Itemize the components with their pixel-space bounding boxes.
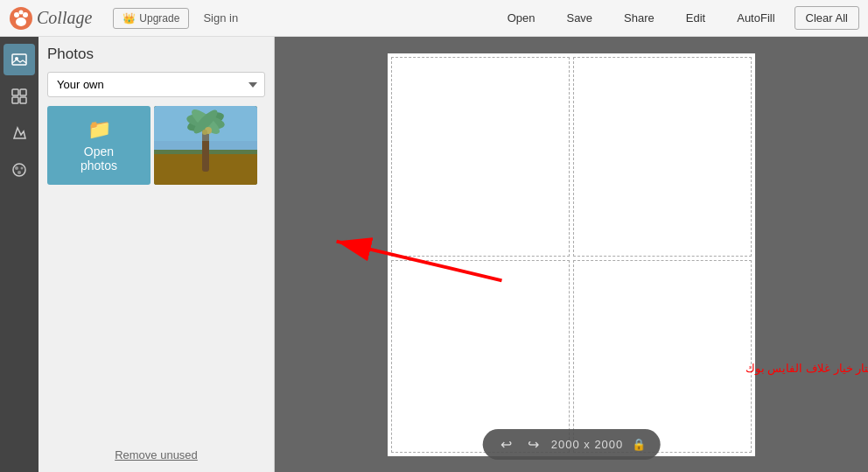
- source-dropdown[interactable]: Your own: [47, 72, 265, 97]
- signin-button[interactable]: Sign in: [196, 8, 245, 28]
- dims-x-separator: x: [584, 438, 591, 451]
- svg-rect-9: [12, 97, 18, 103]
- sidebar-icons: [0, 37, 38, 472]
- canvas-width: 2000: [551, 438, 580, 451]
- svg-point-3: [23, 12, 28, 18]
- svg-rect-10: [20, 97, 26, 103]
- folder-icon: 📁: [88, 118, 111, 141]
- canvas-height: 2000: [594, 438, 623, 451]
- svg-point-14: [18, 171, 21, 174]
- photos-title: Photos: [47, 46, 265, 63]
- main-content: Photos Your own 📁 Openphotos: [0, 37, 868, 472]
- logo-text: Collage: [37, 8, 92, 28]
- svg-text:بعد اختيار الصورة ستظهر هذه ال: بعد اختيار الصورة ستظهر هذه النافذة ... …: [746, 362, 868, 376]
- collage-canvas: [388, 53, 755, 456]
- logo-area: Collage: [9, 6, 92, 31]
- svg-rect-7: [12, 89, 18, 95]
- remove-unused-button[interactable]: Remove unused: [47, 441, 265, 463]
- svg-point-12: [15, 166, 18, 170]
- upgrade-icon: 👑: [122, 12, 136, 25]
- open-photos-label: Openphotos: [80, 144, 117, 173]
- upgrade-button[interactable]: 👑 Upgrade: [113, 8, 189, 29]
- upgrade-label: Upgrade: [139, 12, 179, 25]
- photo-thumbnail[interactable]: [154, 106, 257, 185]
- sidebar-item-layouts[interactable]: [4, 81, 35, 112]
- share-button[interactable]: Share: [612, 6, 667, 30]
- topbar: Collage 👑 Upgrade Sign in Open Save Shar…: [0, 0, 868, 37]
- sidebar-item-backgrounds[interactable]: [4, 154, 35, 186]
- open-button[interactable]: Open: [495, 6, 548, 30]
- svg-rect-8: [20, 89, 26, 95]
- photos-panel: Photos Your own 📁 Openphotos: [38, 37, 275, 472]
- logo-icon: [9, 6, 33, 31]
- photos-grid: 📁 Openphotos: [47, 106, 265, 441]
- undo-button[interactable]: ↩: [497, 434, 515, 454]
- cell-bottom-right[interactable]: [573, 260, 752, 453]
- svg-rect-25: [154, 106, 257, 141]
- sidebar-item-photos[interactable]: [4, 44, 35, 75]
- cell-bottom-left[interactable]: [391, 260, 570, 453]
- svg-rect-5: [12, 54, 26, 65]
- save-button[interactable]: Save: [554, 6, 605, 30]
- autofill-button[interactable]: AutoFill: [724, 6, 787, 30]
- redo-button[interactable]: ↪: [524, 434, 542, 454]
- dimensions-text: 2000 x 2000: [551, 438, 624, 451]
- svg-point-2: [19, 10, 24, 14]
- open-photos-tile[interactable]: 📁 Openphotos: [47, 106, 150, 185]
- cell-top-left[interactable]: [391, 57, 570, 257]
- clear-all-button[interactable]: Clear All: [794, 6, 859, 30]
- status-bar: ↩ ↪ 2000 x 2000 🔒: [483, 429, 661, 460]
- edit-button[interactable]: Edit: [674, 6, 718, 30]
- svg-point-13: [21, 167, 24, 170]
- sidebar-item-stickers[interactable]: [4, 117, 35, 149]
- svg-point-1: [14, 12, 19, 18]
- canvas-area: بعد اختيار الصورة ستظهر هذه النافذة ... …: [275, 37, 868, 472]
- cell-top-right[interactable]: [573, 57, 752, 257]
- lock-icon[interactable]: 🔒: [632, 438, 646, 451]
- svg-point-4: [16, 18, 26, 26]
